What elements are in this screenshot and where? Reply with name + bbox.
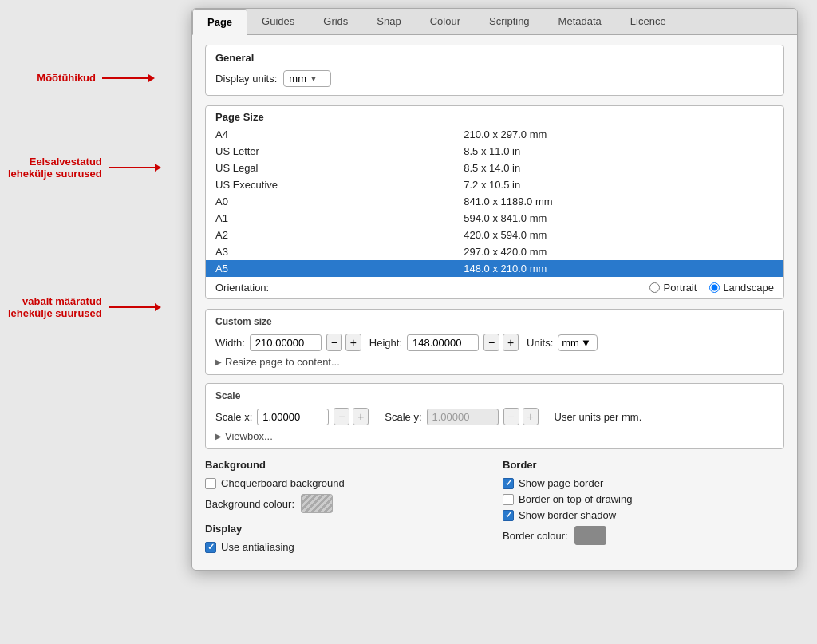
border-on-top-row: Border on top of drawing	[503, 493, 784, 505]
antialiasing-row: Use antialiasing	[205, 541, 487, 553]
tabs-bar: Page Guides Grids Snap Colour Scripting …	[192, 9, 797, 35]
tab-scripting[interactable]: Scripting	[475, 9, 544, 34]
page-dim-cell: 841.0 x 1189.0 mm	[454, 193, 783, 210]
display-units-row: Display units: mm ▼	[215, 70, 774, 87]
custom-size-section: Custom size Width: − + Height:	[205, 309, 784, 375]
document-properties-dialog: Page Guides Grids Snap Colour Scripting …	[191, 8, 798, 571]
page-dim-cell: 148.0 x 210.0 mm	[454, 260, 783, 277]
border-colour-swatch[interactable]	[574, 526, 606, 545]
table-row[interactable]: US Legal 8.5 x 14.0 in	[206, 160, 783, 176]
portrait-radio-item[interactable]: Portrait	[649, 282, 697, 294]
page-name-cell: US Legal	[206, 160, 454, 176]
portrait-label: Portrait	[663, 282, 697, 294]
scale-x-increment-button[interactable]: +	[353, 408, 369, 425]
landscape-label: Landscape	[723, 282, 774, 294]
tab-page[interactable]: Page	[192, 9, 247, 35]
width-field-group: Width: − +	[215, 334, 361, 351]
width-stepper: − +	[326, 334, 361, 351]
width-input[interactable]	[250, 334, 322, 351]
table-row[interactable]: A3 297.0 x 420.0 mm	[206, 243, 783, 260]
page-name-cell: A4	[206, 126, 454, 143]
units-field-group: Units: mm ▼	[527, 334, 598, 351]
custom-size-row: Width: − + Height: − +	[215, 334, 774, 351]
scale-y-field-group: Scale y: − +	[385, 408, 538, 425]
scale-row: Scale x: − + Scale y: − +	[215, 408, 774, 425]
width-label: Width:	[215, 337, 245, 349]
border-on-top-label: Border on top of drawing	[519, 493, 632, 505]
page-name-cell: A1	[206, 210, 454, 227]
scale-x-label: Scale x:	[215, 411, 252, 423]
width-decrement-button[interactable]: −	[326, 334, 342, 351]
height-input[interactable]	[407, 334, 479, 351]
units-label: Units:	[527, 337, 553, 349]
scale-x-input[interactable]	[257, 409, 329, 425]
border-colour-label: Border colour:	[503, 530, 568, 542]
tab-guides[interactable]: Guides	[247, 9, 309, 34]
portrait-radio[interactable]	[649, 282, 660, 293]
checkerboard-row: Chequerboard background	[205, 477, 487, 489]
annotations-panel: Mõõtühikud Eelsalvestatud lehekülje suur…	[8, 8, 191, 367]
tab-metadata[interactable]: Metadata	[544, 9, 616, 34]
background-title: Background	[205, 459, 487, 471]
border-on-top-checkbox[interactable]	[503, 494, 514, 505]
tab-licence[interactable]: Licence	[616, 9, 681, 34]
display-units-dropdown[interactable]: mm ▼	[283, 70, 331, 87]
table-row[interactable]: A0 841.0 x 1189.0 mm	[206, 193, 783, 210]
scale-x-decrement-button[interactable]: −	[334, 408, 349, 425]
resize-page-link[interactable]: Resize page to content...	[215, 356, 774, 368]
page-dim-cell: 7.2 x 10.5 in	[454, 176, 783, 193]
scale-y-label: Scale y:	[385, 411, 421, 423]
show-shadow-label: Show border shadow	[519, 509, 616, 521]
landscape-radio-item[interactable]: Landscape	[709, 282, 774, 294]
show-border-row: Show page border	[503, 477, 784, 489]
table-row[interactable]: A4 210.0 x 297.0 mm	[206, 126, 783, 143]
scale-y-increment-button: +	[523, 408, 539, 425]
page-name-cell: US Letter	[206, 143, 454, 160]
tab-colour[interactable]: Colour	[416, 9, 475, 34]
table-row[interactable]: US Executive 7.2 x 10.5 in	[206, 176, 783, 193]
annotation-arrow-3	[109, 306, 156, 308]
width-increment-button[interactable]: +	[345, 334, 361, 351]
table-row[interactable]: A1 594.0 x 841.0 mm	[206, 210, 783, 227]
display-title: Display	[205, 523, 487, 535]
annotation-arrow-2	[109, 167, 156, 168]
scale-units-note: User units per mm.	[555, 411, 642, 423]
orientation-label: Orientation:	[215, 282, 643, 294]
page-name-cell: A0	[206, 193, 454, 210]
show-shadow-checkbox[interactable]	[503, 510, 514, 521]
antialiasing-checkbox[interactable]	[205, 542, 216, 553]
units-dropdown-arrow-icon: ▼	[581, 337, 591, 349]
table-row[interactable]: US Letter 8.5 x 11.0 in	[206, 143, 783, 160]
tab-grids[interactable]: Grids	[309, 9, 362, 34]
custom-units-dropdown[interactable]: mm ▼	[558, 334, 598, 351]
height-stepper: − +	[483, 334, 519, 351]
height-label: Height:	[369, 337, 402, 349]
height-decrement-button[interactable]: −	[483, 334, 499, 351]
table-row-selected[interactable]: A5 148.0 x 210.0 mm	[206, 260, 783, 277]
background-colour-row: Background colour:	[205, 494, 487, 513]
border-colour-row: Border colour:	[503, 526, 784, 545]
annotation-text-3: vabalt määratud lehekülje suurused	[8, 295, 102, 319]
page-dim-cell: 420.0 x 594.0 mm	[454, 227, 783, 243]
annotation-arrow-1	[102, 77, 150, 79]
page-dim-cell: 594.0 x 841.0 mm	[454, 210, 783, 227]
height-increment-button[interactable]: +	[503, 334, 519, 351]
page-size-header: Page Size	[206, 106, 783, 126]
landscape-radio[interactable]	[709, 282, 720, 293]
page-dim-cell: 8.5 x 11.0 in	[454, 143, 783, 160]
background-colour-swatch[interactable]	[301, 494, 333, 513]
tab-snap[interactable]: Snap	[362, 9, 415, 34]
page-name-cell: US Executive	[206, 176, 454, 193]
annotation-text-2: Eelsalvestatud lehekülje suurused	[8, 156, 102, 180]
page-dim-cell: 297.0 x 420.0 mm	[454, 243, 783, 260]
general-section: General Display units: mm ▼	[205, 45, 784, 96]
checkerboard-checkbox[interactable]	[205, 478, 216, 489]
viewbox-link[interactable]: Viewbox...	[215, 430, 774, 442]
page-dim-cell: 8.5 x 14.0 in	[454, 160, 783, 176]
show-shadow-row: Show border shadow	[503, 509, 784, 521]
height-field-group: Height: − +	[369, 334, 519, 351]
page-size-table: A4 210.0 x 297.0 mm US Letter 8.5 x 11.0…	[206, 126, 783, 277]
border-panel: Border Show page border Border on top of…	[503, 459, 784, 557]
show-border-checkbox[interactable]	[503, 478, 514, 489]
table-row[interactable]: A2 420.0 x 594.0 mm	[206, 227, 783, 243]
